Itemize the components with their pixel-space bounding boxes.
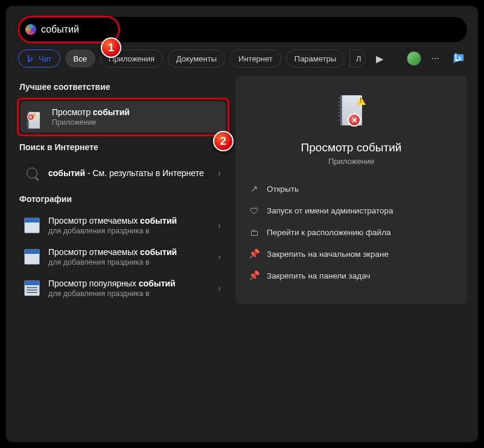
more-icon[interactable]: ··· — [426, 49, 444, 68]
search-icon — [25, 24, 36, 35]
chip-label: Интернет — [238, 54, 273, 63]
photo-tile-icon — [23, 216, 41, 235]
details-panel: ✕ Просмотр событий Приложение ↗ Открыть … — [235, 76, 467, 304]
action-pin-taskbar[interactable]: 📌 Закрепить на панели задач — [245, 265, 457, 286]
chip-settings[interactable]: Параметры — [286, 49, 345, 68]
result-title: Просмотр событий — [52, 107, 220, 117]
chevron-right-icon: › — [215, 168, 223, 178]
chip-more-cut[interactable]: Л — [349, 49, 366, 68]
result-title: Просмотр отмечаемых событий — [48, 216, 208, 226]
result-photo[interactable]: Просмотр отмечаемых событий для добавлен… — [17, 241, 229, 273]
scroll-chips-icon[interactable]: ▶ — [371, 49, 389, 68]
open-icon: ↗ — [249, 183, 260, 194]
annotation-badge: 1 — [101, 37, 121, 58]
filter-chips: Чат Все Приложения Документы Интернет Па… — [17, 48, 467, 76]
shield-icon: 🛡 — [249, 205, 260, 216]
result-web[interactable]: событий - См. результаты в Интернете › — [17, 158, 229, 188]
bing-chat-icon[interactable] — [449, 49, 467, 68]
chip-all[interactable]: Все — [65, 49, 95, 68]
result-subtitle: Приложение — [52, 118, 220, 127]
folder-icon: 🗀 — [249, 227, 260, 238]
results-left: Лучшее соответствие ✕ Просмотр событий П… — [17, 76, 229, 304]
panel-title: Просмотр событий — [301, 141, 402, 154]
annotation-badge: 2 — [213, 131, 234, 151]
chip-internet[interactable]: Интернет — [230, 49, 281, 68]
search-box[interactable] — [17, 17, 467, 42]
chevron-right-icon: › — [215, 283, 223, 293]
action-label: Закрепить на панели задач — [267, 271, 370, 280]
result-title: событий - См. результаты в Интернете — [48, 168, 208, 178]
calendar-tile-icon — [23, 279, 41, 297]
pin-icon: 📌 — [249, 248, 260, 259]
search-window: Чат Все Приложения Документы Интернет Па… — [6, 6, 478, 442]
section-best-match: Лучшее соответствие — [19, 82, 229, 92]
search-input[interactable] — [41, 24, 459, 35]
section-web: Поиск в Интернете — [19, 142, 229, 152]
action-label: Закрепить на начальном экране — [267, 250, 389, 259]
photo-tile-icon — [23, 248, 41, 266]
action-label: Перейти к расположению файла — [267, 228, 391, 237]
action-label: Открыть — [267, 185, 299, 194]
result-best-match[interactable]: ✕ Просмотр событий Приложение — [21, 101, 226, 133]
highlight-best-match: ✕ Просмотр событий Приложение — [17, 98, 229, 136]
result-subtitle: для добавления праздника в — [48, 227, 208, 235]
section-photos: Фотографии — [19, 194, 229, 204]
event-viewer-icon: ✕ — [332, 93, 371, 131]
result-subtitle: для добавления праздника в — [48, 289, 208, 298]
chip-label: Параметры — [295, 54, 336, 63]
result-title: Просмотр отмечаемых событий — [48, 247, 208, 257]
chevron-right-icon: › — [215, 252, 223, 262]
result-photo[interactable]: Просмотр отмечаемых событий для добавлен… — [17, 210, 229, 241]
user-avatar[interactable] — [407, 51, 421, 66]
event-viewer-icon: ✕ — [27, 108, 45, 126]
chip-label: Все — [74, 54, 87, 63]
chip-docs[interactable]: Документы — [168, 49, 225, 68]
action-open-location[interactable]: 🗀 Перейти к расположению файла — [245, 221, 457, 243]
result-title: Просмотр популярных событий — [48, 279, 208, 288]
action-open[interactable]: ↗ Открыть — [245, 178, 457, 200]
bing-icon — [27, 54, 35, 63]
chip-label: Чат — [39, 54, 52, 63]
action-pin-start[interactable]: 📌 Закрепить на начальном экране — [245, 243, 457, 265]
action-label: Запуск от имени администратора — [267, 206, 393, 215]
chip-label: Л — [356, 54, 361, 63]
result-photo[interactable]: Просмотр популярных событий для добавлен… — [17, 273, 229, 304]
chip-chat[interactable]: Чат — [18, 49, 60, 68]
panel-subtitle: Приложение — [328, 157, 374, 166]
pin-icon: 📌 — [249, 270, 260, 281]
action-run-admin[interactable]: 🛡 Запуск от имени администратора — [245, 200, 457, 221]
search-icon — [23, 164, 41, 182]
chevron-right-icon: › — [215, 221, 223, 230]
chip-label: Документы — [176, 54, 217, 63]
result-subtitle: для добавления праздника в — [48, 258, 208, 267]
